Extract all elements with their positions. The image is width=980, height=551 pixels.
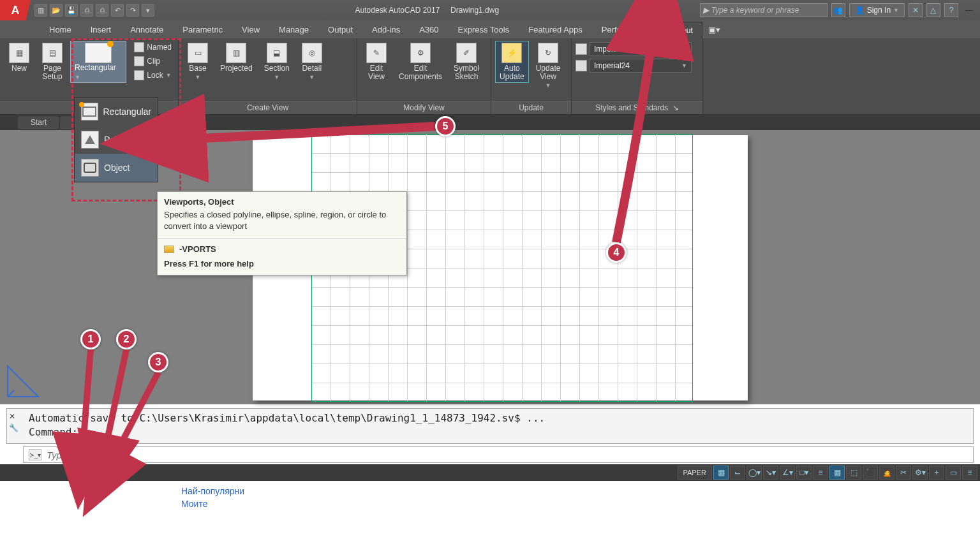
projected-view-button[interactable]: ▥Projected <box>216 41 257 75</box>
qat-open-icon[interactable]: 📂 <box>50 4 63 17</box>
annotation-badge-2: 2 <box>116 329 137 349</box>
detail-label: Detail <box>302 64 322 73</box>
new-layout-button[interactable]: ▦ New <box>4 41 34 75</box>
cmdhist-wrench-icon[interactable]: 🔧 <box>9 423 19 432</box>
tooltip-body: Specifies a closed polyline, ellipse, sp… <box>158 209 406 239</box>
auto-update-button[interactable]: ⚡Auto Update <box>495 41 529 83</box>
status-otrack-icon[interactable]: □▾ <box>796 466 812 480</box>
tooltip-cmd-text: -VPORTS <box>179 244 216 254</box>
flyout-rectangular[interactable]: Rectangular <box>75 98 158 126</box>
page-setup-button[interactable]: ▤ Page Setup <box>37 41 68 83</box>
style2-dropdown[interactable]: Imperial24▼ <box>590 59 692 73</box>
qat-save-icon[interactable]: 💾 <box>65 4 78 17</box>
exchange-icon[interactable]: ✕ <box>909 3 923 17</box>
command-prompt-icon[interactable]: ≻_▾ <box>29 449 41 460</box>
flyout-object[interactable]: Object <box>75 154 158 182</box>
filetab-start[interactable]: Start <box>18 116 60 129</box>
search-go-icon[interactable]: ▶ <box>703 6 709 15</box>
cmdhist-close-icon[interactable]: ✕ <box>9 412 15 421</box>
flyout-polygonal[interactable]: Polygonal <box>75 126 158 154</box>
tab-layout[interactable]: Layout <box>658 22 702 38</box>
status-clean-icon[interactable]: ▭ <box>946 466 961 480</box>
link-mine[interactable]: Моите <box>181 499 244 509</box>
tab-annotate[interactable]: Annotate <box>121 21 173 38</box>
tab-addins[interactable]: Add-ins <box>362 21 410 38</box>
edit-components-button[interactable]: ⚙Edit Components <box>394 41 447 83</box>
search-input[interactable]: ▶ Type a keyword or phrase <box>700 3 828 17</box>
command-line[interactable]: ≻_▾ Type a command <box>23 446 974 463</box>
edit-components-label: Edit Components <box>399 64 442 81</box>
edit-view-button[interactable]: ✎Edit View <box>361 41 392 83</box>
lock-label: Lock <box>147 71 163 80</box>
tab-featuredapps[interactable]: Featured Apps <box>519 21 592 38</box>
status-as2-icon[interactable]: 🙍 <box>879 466 895 480</box>
tab-a360[interactable]: A360 <box>410 21 448 38</box>
qat-new-icon[interactable]: ▥ <box>34 4 47 17</box>
qat-redo-icon[interactable]: ↷ <box>126 4 139 17</box>
search-placeholder: Type a keyword or phrase <box>711 6 799 15</box>
status-osnap-icon[interactable]: ∠▾ <box>780 466 795 480</box>
section-view-button[interactable]: ⬓Section▼ <box>260 41 294 84</box>
status-as3-icon[interactable]: ✂ <box>896 466 911 480</box>
base-icon: ▭ <box>188 43 208 63</box>
status-paper[interactable]: PAPER <box>678 466 712 480</box>
status-custom-icon[interactable]: ≡ <box>962 466 977 480</box>
tab-expresstools[interactable]: Express Tools <box>449 21 519 38</box>
lock-viewport-button[interactable]: Lock ▼ <box>131 69 174 82</box>
chevron-down-icon: ▼ <box>166 72 172 78</box>
minimize-icon[interactable]: — <box>962 3 976 17</box>
link-popular[interactable]: Най-популярни <box>181 486 244 496</box>
panel-styles: Imperial24▼ Imperial24▼ Styles and Stand… <box>572 38 703 114</box>
tab-overflow-icon[interactable]: ▣▾ <box>702 21 726 38</box>
tooltip-popup: Viewports, Object Specifies a closed pol… <box>157 191 407 276</box>
auto-update-icon: ⚡ <box>501 43 522 63</box>
tab-manage[interactable]: Manage <box>269 21 318 38</box>
symbol-sketch-button[interactable]: ✐Symbol Sketch <box>449 41 484 83</box>
edit-view-icon: ✎ <box>366 43 387 63</box>
command-history[interactable]: Automatic save to C:\Users\Krasimir\appd… <box>6 408 974 444</box>
tab-view[interactable]: View <box>232 21 269 38</box>
a360-icon[interactable]: △ <box>926 3 940 17</box>
symbol-sketch-label: Symbol Sketch <box>454 64 479 81</box>
tab-output[interactable]: Output <box>318 21 362 38</box>
signin-button[interactable]: 👤 Sign In ▼ <box>849 3 905 17</box>
base-view-button[interactable]: ▭Base▼ <box>182 41 213 84</box>
user-icon: 👤 <box>855 6 865 15</box>
chevron-down-icon: ▼ <box>893 7 899 13</box>
status-trans-icon[interactable]: ▦ <box>829 466 845 480</box>
titlebar: A ▥ 📂 💾 ⎙ ⎙ ↶ ↷ ▾ Autodesk AutoCAD 2017 … <box>0 0 980 20</box>
status-snap-icon[interactable]: ⌙ <box>730 466 745 480</box>
status-lwt-icon[interactable]: ≡ <box>813 466 828 480</box>
status-ortho-icon[interactable]: ◯▾ <box>746 466 762 480</box>
status-grid-icon[interactable]: ▦ <box>713 466 729 480</box>
status-max-icon[interactable]: + <box>929 466 944 480</box>
qat-saveas-icon[interactable]: ⎙ <box>80 4 93 17</box>
status-qs-icon[interactable]: ⬚ <box>846 466 861 480</box>
status-gear-icon[interactable]: ⚙▾ <box>912 466 928 480</box>
edit-components-icon: ⚙ <box>410 43 431 63</box>
clip-viewport-button[interactable]: Clip <box>131 55 174 68</box>
qat-more-icon[interactable]: ▾ <box>142 4 154 17</box>
new-layout-icon: ▦ <box>9 43 29 63</box>
rectangular-viewport-splitbutton[interactable]: Rectangular ▼ <box>70 41 126 83</box>
status-as1-icon[interactable]: ⬛ <box>863 466 878 480</box>
annotation-badge-3: 3 <box>148 352 168 372</box>
detail-view-button[interactable]: ◎Detail▼ <box>297 41 327 84</box>
named-viewports-button[interactable]: Named <box>131 41 174 54</box>
status-polar-icon[interactable]: ↘▾ <box>763 466 778 480</box>
app-logo[interactable]: A <box>0 0 31 20</box>
panel-update: ⚡Auto Update ↻Update View▼ Update <box>491 38 572 114</box>
object-icon <box>81 159 99 177</box>
style1-dropdown[interactable]: Imperial24▼ <box>590 42 692 56</box>
infocenter-icon[interactable]: 👥 <box>831 3 845 17</box>
qat-undo-icon[interactable]: ↶ <box>111 4 124 17</box>
chevron-down-icon: ▼ <box>681 46 687 52</box>
tab-home[interactable]: Home <box>40 21 81 38</box>
tab-performance[interactable]: Performance <box>592 21 658 38</box>
update-view-button[interactable]: ↻Update View▼ <box>531 41 565 91</box>
tab-parametric[interactable]: Parametric <box>173 21 232 38</box>
qat-plot-icon[interactable]: ⎙ <box>96 4 108 17</box>
help-icon[interactable]: ? <box>944 3 958 17</box>
tab-insert[interactable]: Insert <box>81 21 121 38</box>
update-view-label: Update View <box>536 64 561 81</box>
